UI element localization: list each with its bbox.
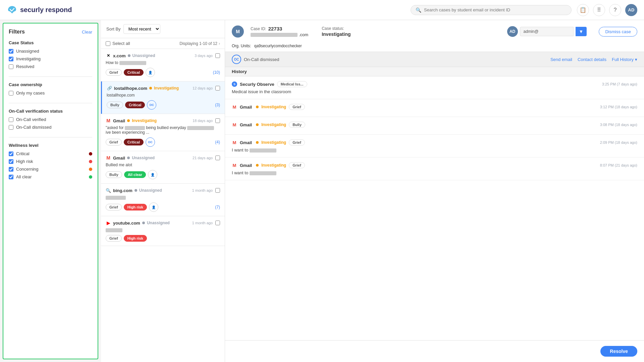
filter-concerning: Concerning bbox=[9, 167, 92, 172]
timeline-time: 3:08 PM (18 days ago) bbox=[600, 123, 637, 127]
org-units: Org. Units: qa9securlycomdocchecker bbox=[232, 42, 637, 52]
email-redacted bbox=[251, 33, 298, 37]
search-input[interactable] bbox=[424, 7, 567, 12]
case-item[interactable]: ✕ x.com Unassigned 3 days ago How to bbox=[101, 49, 225, 81]
filter-resolved: Resolved bbox=[9, 64, 92, 69]
logo[interactable]: securly respond bbox=[7, 5, 72, 15]
sort-select[interactable]: Most recent bbox=[123, 24, 160, 34]
user-avatar[interactable]: AD bbox=[625, 4, 637, 16]
filters-title: Filters bbox=[9, 29, 25, 35]
filter-resolved-label[interactable]: Resolved bbox=[16, 64, 34, 69]
case-status-section: Case status: Investigating bbox=[322, 26, 351, 37]
timeline-header: M Gmail Investigating Bully 3:08 PM (18 … bbox=[232, 122, 637, 128]
case-status-label: Unassigned bbox=[139, 188, 162, 193]
timeline-item: M Gmail Investigating Grief 8:07 PM (21 … bbox=[225, 158, 644, 180]
full-history-label: Full History bbox=[612, 57, 634, 62]
status-label: Investigating bbox=[261, 122, 286, 127]
wellness-title: Wellness level bbox=[9, 143, 92, 148]
case-checkbox[interactable] bbox=[215, 221, 220, 225]
filter-oncall-dismissed-label[interactable]: On-Call dismissed bbox=[16, 125, 51, 130]
case-checkbox[interactable] bbox=[215, 86, 220, 90]
search-bar[interactable]: 🔍 bbox=[411, 5, 572, 15]
filter-my-cases-label[interactable]: Only my cases bbox=[16, 90, 45, 96]
case-checkbox[interactable] bbox=[215, 53, 220, 58]
next-page-icon[interactable]: › bbox=[219, 41, 220, 46]
case-id-badge: M bbox=[232, 25, 244, 38]
filter-unassigned-label[interactable]: Unassigned bbox=[16, 49, 39, 54]
resolve-button[interactable]: Resolve bbox=[600, 346, 637, 357]
assignee-dropdown-button[interactable]: ▼ bbox=[576, 27, 587, 36]
status-label: Investigating bbox=[261, 163, 286, 168]
assignee-input[interactable] bbox=[520, 27, 574, 36]
case-item[interactable]: 🔍 bing.com Unassigned 1 month ago bbox=[101, 184, 225, 216]
high-risk-dot bbox=[89, 160, 92, 163]
detail-header: M Case ID: 22733 .com bbox=[225, 20, 644, 52]
case-tags: Grief High risk 👤 (7) bbox=[106, 202, 220, 212]
timeline-time: 3:12 PM (18 days ago) bbox=[600, 105, 637, 109]
filter-all-clear-label[interactable]: All clear bbox=[16, 174, 32, 179]
filter-concerning-checkbox[interactable] bbox=[9, 167, 13, 172]
case-item[interactable]: M Gmail Unassigned 21 days ago Bullied m… bbox=[101, 151, 225, 184]
grid-icon-btn[interactable]: ⠿ bbox=[593, 4, 605, 16]
filter-concerning-label[interactable]: Concerning bbox=[16, 167, 39, 172]
filter-all-clear: All clear bbox=[9, 174, 92, 179]
redacted-text bbox=[250, 171, 276, 175]
filter-critical-checkbox[interactable] bbox=[9, 152, 13, 156]
filter-unassigned-checkbox[interactable] bbox=[9, 49, 13, 54]
timeline-item: M Gmail Investigating Grief 2:09 PM (18 … bbox=[225, 135, 644, 158]
full-history-button[interactable]: Full History ▾ bbox=[612, 57, 637, 62]
case-meta: 12 days ago bbox=[193, 86, 220, 90]
case-source-name: youtube.com bbox=[113, 221, 140, 226]
clear-filters-button[interactable]: Clear bbox=[82, 29, 92, 35]
filter-all-clear-checkbox[interactable] bbox=[9, 175, 13, 179]
case-ownership-filter: Case ownership Only my cases bbox=[9, 82, 92, 103]
case-checkbox[interactable] bbox=[215, 118, 220, 123]
help-icon-btn[interactable]: ? bbox=[609, 4, 621, 16]
filter-high-risk-label[interactable]: High risk bbox=[16, 159, 33, 164]
status-dot bbox=[149, 87, 152, 89]
case-excerpt: Bullied me alot bbox=[106, 163, 220, 167]
case-item[interactable]: 🔗 lostallhope.com Investigating 12 days … bbox=[101, 81, 225, 114]
case-ownership-title: Case ownership bbox=[9, 82, 92, 87]
dismiss-case-button[interactable]: Dismiss case bbox=[599, 27, 637, 37]
displaying-info: Displaying 1-10 of 12 › bbox=[179, 41, 220, 46]
case-source: 🔗 lostallhope.com Investigating bbox=[107, 85, 179, 91]
filter-critical-label[interactable]: Critical bbox=[16, 151, 30, 156]
send-email-button[interactable]: Send email bbox=[550, 57, 572, 62]
filter-my-cases-checkbox[interactable] bbox=[9, 91, 13, 96]
filter-oncall-verified-label[interactable]: On-Call verified bbox=[16, 117, 46, 122]
case-status-title: Case Status bbox=[9, 40, 92, 45]
resolve-area: Resolve bbox=[225, 340, 644, 362]
history-label: History bbox=[232, 69, 247, 74]
select-all-label: Select all bbox=[112, 41, 130, 46]
detail-panel: M Case ID: 22733 .com bbox=[225, 20, 644, 362]
case-item[interactable]: ▶ youtube.com Unassigned 1 month ago bbox=[101, 216, 225, 246]
timeline-source: M Gmail Investigating Grief bbox=[232, 139, 305, 145]
case-excerpt bbox=[106, 228, 220, 232]
header-icons: 📋 ⠿ ? AD bbox=[577, 4, 637, 16]
filter-oncall-verified-checkbox[interactable] bbox=[9, 117, 13, 122]
case-item[interactable]: M Gmail Investigating 18 days ago "asked… bbox=[101, 114, 225, 151]
documents-icon-btn[interactable]: 📋 bbox=[577, 4, 589, 16]
link-icon: 🔗 bbox=[107, 85, 112, 91]
displaying-text: Displaying 1-10 of 12 bbox=[179, 41, 217, 46]
grief-tag: Grief bbox=[106, 69, 122, 76]
contact-details-button[interactable]: Contact details bbox=[578, 57, 606, 62]
sort-by-section: Sort By Most recent bbox=[106, 24, 160, 34]
case-id-info: Case ID: 22733 .com bbox=[251, 26, 308, 37]
filter-resolved-checkbox[interactable] bbox=[9, 64, 13, 69]
filter-oncall-dismissed-checkbox[interactable] bbox=[9, 125, 13, 130]
filter-high-risk-checkbox[interactable] bbox=[9, 159, 13, 164]
case-checkbox[interactable] bbox=[215, 156, 220, 160]
timeline-source: M Gmail Investigating Bully bbox=[232, 122, 305, 128]
status-dot bbox=[142, 222, 145, 224]
critical-tag: Critical bbox=[125, 102, 145, 108]
status-dot bbox=[128, 54, 130, 57]
select-all-checkbox[interactable] bbox=[106, 41, 110, 46]
filter-high-risk: High risk bbox=[9, 159, 92, 164]
filter-oncall-verified: On-Call verified bbox=[9, 117, 92, 122]
filter-investigating-label[interactable]: Investigating bbox=[16, 56, 41, 61]
case-checkbox[interactable] bbox=[215, 188, 220, 193]
case-source-name: lostallhope.com bbox=[114, 86, 147, 91]
filter-investigating-checkbox[interactable] bbox=[9, 57, 13, 61]
